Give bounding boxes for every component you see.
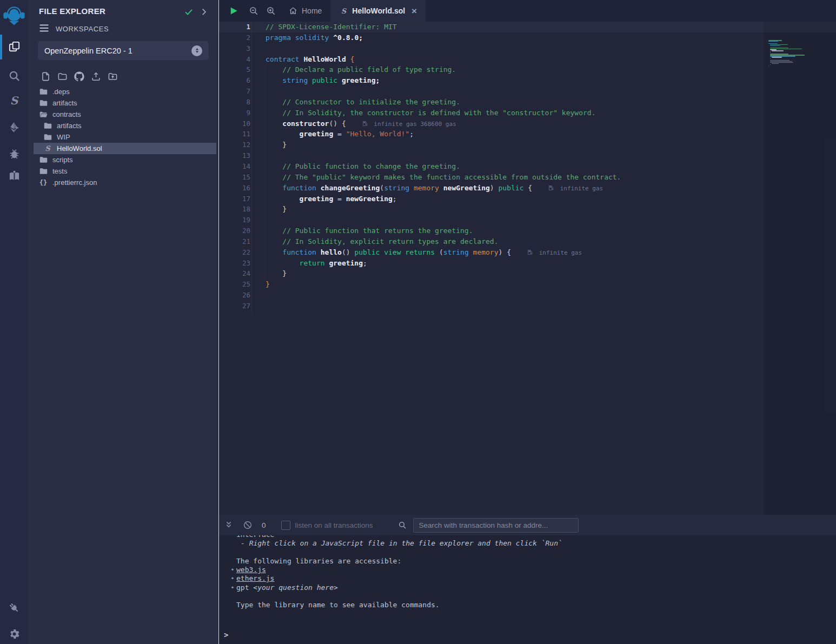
remix-logo-icon: [3, 4, 25, 28]
folder-open-icon: [39, 110, 48, 119]
tree-item-label: contracts: [52, 110, 81, 118]
minimap-line: [770, 51, 771, 52]
terminal-link-web3.js[interactable]: web3.js: [236, 566, 266, 574]
tab-label: Home: [302, 6, 322, 15]
terminal: 0 listen on all transactions interface- …: [219, 515, 836, 644]
code-line-24: 24 }: [219, 268, 836, 279]
line-number: 25: [219, 279, 250, 290]
tab-helloworld-sol[interactable]: SHelloWorld.sol×: [330, 0, 426, 22]
code-text: string public greeting;: [266, 75, 380, 86]
code-lines: 1// SPDX-License-Identifier: MIT2pragma …: [219, 22, 836, 311]
code-line-21: 21 // In Solidity, explicit return types…: [219, 236, 836, 247]
new-file-icon[interactable]: [39, 70, 52, 83]
tree-item-HelloWorld.sol[interactable]: SHelloWorld.sol: [28, 143, 218, 154]
new-folder-icon[interactable]: [56, 70, 69, 83]
panel-divider[interactable]: [218, 0, 219, 644]
file-explorer-icon[interactable]: [0, 36, 28, 57]
tree-item-.prettierrc.json[interactable]: {}.prettierrc.json: [28, 177, 218, 188]
code-text: contract HelloWorld {: [266, 54, 354, 65]
tab-close-icon[interactable]: ×: [412, 6, 417, 16]
line-number: 3: [219, 43, 250, 54]
terminal-link-ethers.js[interactable]: ethers.js: [236, 574, 274, 582]
workspaces-menu-icon[interactable]: [39, 24, 49, 33]
minimap-line: [770, 62, 793, 63]
tree-item-label: .prettierrc.json: [52, 178, 97, 187]
plugin-manager-icon[interactable]: [0, 597, 28, 619]
code-area[interactable]: 1// SPDX-License-Identifier: MIT2pragma …: [219, 22, 836, 515]
tree-item-label: .deps: [52, 88, 70, 96]
tree-item-label: WIP: [57, 133, 70, 141]
minimap-line: [768, 41, 778, 42]
tree-item-label: HelloWorld.sol: [57, 144, 102, 152]
code-line-9: 9 // In Solidity, the constructor is def…: [219, 108, 836, 118]
code-text: }: [266, 279, 270, 290]
minimap[interactable]: [768, 40, 818, 68]
tree-item-WIP[interactable]: WIP: [28, 131, 218, 143]
learneth-icon[interactable]: [0, 165, 28, 187]
tree-item-.deps[interactable]: .deps: [28, 86, 218, 97]
activity-bar: S: [0, 0, 28, 644]
line-number: 24: [219, 268, 250, 279]
code-line-1: 1// SPDX-License-Identifier: MIT: [219, 22, 836, 32]
terminal-line: [236, 592, 836, 601]
terminal-output[interactable]: interface- Right click on a JavaScript f…: [219, 535, 836, 628]
code-line-12: 12 }: [219, 140, 836, 150]
clear-console-icon[interactable]: [243, 520, 253, 530]
terminal-search-input[interactable]: [413, 518, 579, 533]
folder-icon: [43, 122, 52, 130]
tree-item-artifacts[interactable]: artifacts: [28, 120, 218, 131]
upload-file-icon[interactable]: [89, 70, 102, 83]
line-number: 1: [219, 22, 250, 32]
upload-folder-icon[interactable]: [106, 70, 119, 83]
panel-title: FILE EXPLORER: [39, 6, 105, 16]
solidity-compiler-icon[interactable]: S: [0, 90, 28, 111]
terminal-toolbar: 0 listen on all transactions: [219, 515, 836, 535]
tree-item-tests[interactable]: tests: [28, 165, 218, 177]
code-line-3: 3: [219, 43, 836, 54]
settings-gear-icon[interactable]: [0, 623, 28, 644]
editor-tabs: HomeSHelloWorld.sol×: [280, 0, 426, 22]
terminal-expand-icon[interactable]: [224, 520, 234, 530]
terminal-line: interface: [236, 535, 836, 539]
code-line-10: 10 constructor() { infinite gas 368600 g…: [219, 118, 836, 129]
listen-transactions-label: listen on all transactions: [295, 521, 373, 529]
file-explorer-panel: FILE EXPLORER WORKSPACES OpenZeppelin ER…: [28, 0, 218, 644]
line-number: 4: [219, 54, 250, 65]
workspace-select[interactable]: OpenZeppelin ERC20 - 1: [38, 41, 209, 60]
tree-item-label: tests: [52, 167, 67, 175]
home-icon: [289, 6, 297, 15]
search-icon[interactable]: [0, 65, 28, 87]
code-text: }: [266, 268, 287, 279]
code-line-7: 7: [219, 86, 836, 97]
line-number: 11: [219, 129, 250, 140]
terminal-prompt[interactable]: >: [224, 630, 228, 639]
run-play-icon[interactable]: [229, 6, 238, 16]
minimap-line: [770, 64, 771, 65]
tree-item-contracts[interactable]: contracts: [28, 109, 218, 120]
workspace-caret-icon[interactable]: [191, 45, 202, 56]
panel-expand-chevron-icon[interactable]: [199, 7, 209, 17]
terminal-line: [236, 548, 836, 557]
code-text: pragma solidity ^0.8.0;: [266, 32, 363, 43]
tree-item-artifacts[interactable]: artifacts: [28, 97, 218, 109]
code-text: // Constructor to initialize the greetin…: [266, 97, 460, 108]
tree-item-scripts[interactable]: scripts: [28, 154, 218, 165]
file-actions-toolbar: [39, 70, 119, 83]
zoom-in-icon[interactable]: [266, 6, 276, 16]
code-text: constructor() { infinite gas 368600 gas: [266, 118, 456, 130]
file-tree: .depsartifactscontractsartifactsWIPSHell…: [28, 86, 218, 188]
code-line-16: 16 function changeGreeting(string memory…: [219, 183, 836, 194]
line-number: 20: [219, 225, 250, 236]
deploy-run-icon[interactable]: [0, 116, 28, 138]
line-number: 15: [219, 172, 250, 183]
listen-transactions-checkbox[interactable]: [281, 521, 290, 530]
tab-home[interactable]: Home: [280, 0, 330, 22]
zoom-out-icon[interactable]: [249, 6, 258, 16]
terminal-line: •web3.js: [236, 566, 836, 574]
tree-item-label: artifacts: [52, 99, 77, 107]
debugger-icon[interactable]: [0, 142, 28, 164]
github-clone-icon[interactable]: [72, 70, 85, 83]
workspace-ok-check-icon[interactable]: [184, 7, 194, 17]
code-text: function changeGreeting(string memory ne…: [266, 183, 603, 194]
folder-icon: [39, 88, 48, 96]
